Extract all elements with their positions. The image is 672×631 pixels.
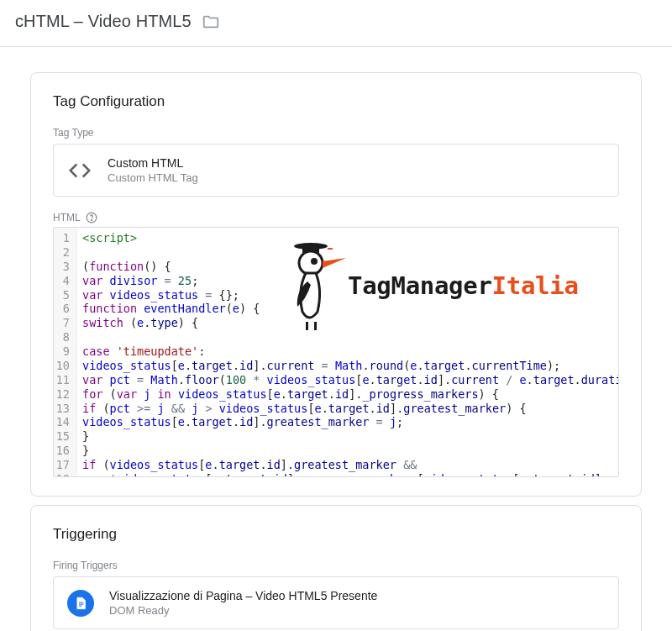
folder-icon[interactable] (202, 13, 220, 31)
trigger-secondary: DOM Ready (109, 604, 377, 617)
tag-type-selector[interactable]: Custom HTML Custom HTML Tag (53, 144, 619, 197)
code-content[interactable]: <script> (function() {var divisor = 25;v… (77, 228, 619, 477)
firing-trigger-row[interactable]: Visualizzazione di Pagina – Video HTML5 … (53, 576, 619, 629)
pageview-trigger-icon (67, 590, 94, 617)
triggering-title: Triggering (53, 526, 619, 543)
tag-configuration-card: Tag Configuration Tag Type Custom HTML C… (30, 72, 642, 497)
svg-rect-12 (79, 605, 81, 606)
svg-rect-11 (79, 603, 83, 604)
tag-type-primary: Custom HTML (108, 156, 198, 170)
tag-type-text: Custom HTML Custom HTML Tag (108, 156, 198, 184)
code-brackets-icon (67, 158, 92, 183)
trigger-primary: Visualizzazione di Pagina – Video HTML5 … (109, 589, 377, 602)
content-area: Tag Configuration Tag Type Custom HTML C… (0, 47, 672, 631)
page-header: cHTML – Video HTML5 (0, 0, 672, 47)
trigger-text: Visualizzazione di Pagina – Video HTML5 … (109, 589, 377, 617)
tag-type-secondary: Custom HTML Tag (108, 171, 198, 184)
tag-type-label: Tag Type (53, 127, 619, 139)
html-field-label: HTML (53, 212, 81, 223)
help-icon[interactable] (86, 212, 97, 223)
svg-point-1 (91, 219, 92, 220)
triggering-card: Triggering Firing Triggers Visualizzazio… (30, 505, 642, 631)
firing-triggers-label: Firing Triggers (53, 560, 619, 571)
svg-rect-10 (79, 602, 83, 602)
code-gutter: 123456789101112131415161718 (54, 228, 77, 477)
page-title: cHTML – Video HTML5 (15, 12, 192, 31)
html-label-row: HTML (53, 212, 619, 223)
html-code-editor[interactable]: 123456789101112131415161718 <script> (fu… (53, 227, 619, 477)
tag-config-title: Tag Configuration (53, 93, 619, 110)
